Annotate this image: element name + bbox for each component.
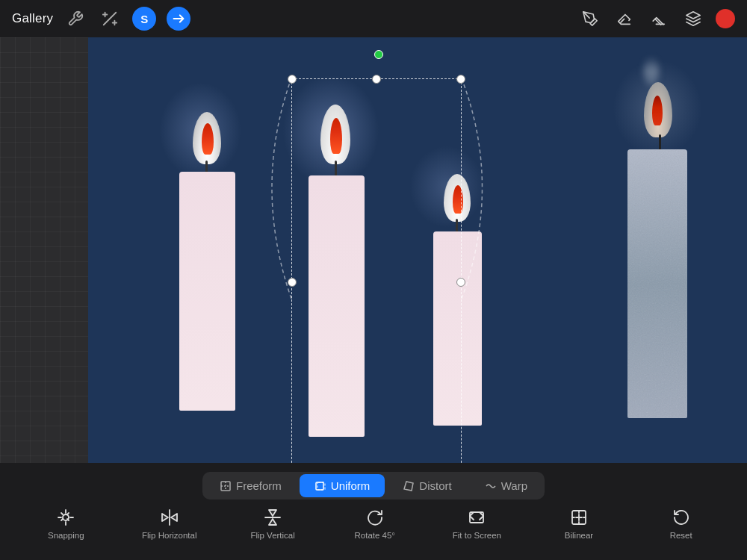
- warp-mode-button[interactable]: Warp: [470, 474, 542, 497]
- candle4-smoke: [644, 56, 659, 86]
- flip-h-icon: [159, 507, 180, 528]
- rotation-handle[interactable]: [374, 50, 383, 59]
- rotate-45-button[interactable]: Rotate 45°: [349, 507, 401, 540]
- outer-left-bg: [0, 37, 88, 463]
- uniform-icon: [314, 480, 326, 492]
- distort-mode-button[interactable]: Distort: [388, 474, 466, 497]
- freeform-mode-button[interactable]: Freeform: [205, 474, 297, 497]
- bottom-bar: Freeform Uniform Distort: [0, 463, 747, 560]
- svg-marker-8: [404, 482, 413, 491]
- candle-scene: [88, 37, 747, 463]
- gallery-button[interactable]: Gallery: [12, 11, 53, 26]
- top-toolbar: Gallery S: [0, 0, 747, 37]
- flip-v-icon: [262, 507, 283, 528]
- snapping-button[interactable]: Snapping: [40, 507, 92, 540]
- selection-handle-tc[interactable]: [372, 75, 381, 84]
- flip-horizontal-button[interactable]: Flip Horizontal: [142, 507, 197, 540]
- candle4-texture: [627, 149, 687, 418]
- toolbar-left: Gallery S: [12, 7, 190, 31]
- bilinear-button[interactable]: Bilinear: [553, 507, 605, 540]
- color-dot-icon[interactable]: [716, 9, 735, 28]
- mode-selector: Freeform Uniform Distort: [202, 472, 545, 500]
- rotate-icon: [365, 507, 385, 528]
- selection-mode-icon[interactable]: S: [132, 7, 156, 31]
- wrench-icon[interactable]: [63, 7, 87, 31]
- reset-button[interactable]: Reset: [655, 507, 707, 540]
- warp-icon: [485, 480, 497, 492]
- tools-row: Snapping Flip Horizontal Flip Vertical: [0, 507, 747, 540]
- layers-icon[interactable]: [681, 7, 705, 31]
- toolbar-right: [578, 7, 735, 31]
- candle1-body: [179, 172, 235, 411]
- flip-vertical-button[interactable]: Flip Vertical: [247, 507, 299, 540]
- freeform-icon: [220, 480, 232, 492]
- reset-icon: [671, 507, 692, 528]
- selection-handle-ml[interactable]: [288, 278, 297, 287]
- distort-icon: [403, 480, 415, 492]
- smudge-icon[interactable]: [613, 7, 636, 31]
- transform-mode-icon[interactable]: [167, 7, 190, 31]
- selection-handle-tr[interactable]: [456, 75, 465, 84]
- selection-handle-tl[interactable]: [288, 75, 297, 84]
- candle2-body: [309, 175, 365, 437]
- pen-icon[interactable]: [578, 7, 602, 31]
- fit-to-screen-button[interactable]: Fit to Screen: [450, 507, 503, 540]
- uniform-mode-button[interactable]: Uniform: [300, 474, 385, 497]
- candle4-flame-red: [652, 96, 663, 125]
- candle3-body: [433, 231, 482, 426]
- snapping-icon: [55, 507, 76, 528]
- magic-wand-icon[interactable]: [98, 7, 122, 31]
- eraser-icon[interactable]: [647, 7, 671, 31]
- canvas[interactable]: [88, 37, 747, 463]
- candle3-flame-red: [453, 185, 463, 214]
- svg-marker-2: [686, 12, 700, 19]
- bilinear-icon: [568, 507, 589, 528]
- fit-screen-icon: [466, 507, 487, 528]
- candle1-flame-red: [202, 123, 214, 155]
